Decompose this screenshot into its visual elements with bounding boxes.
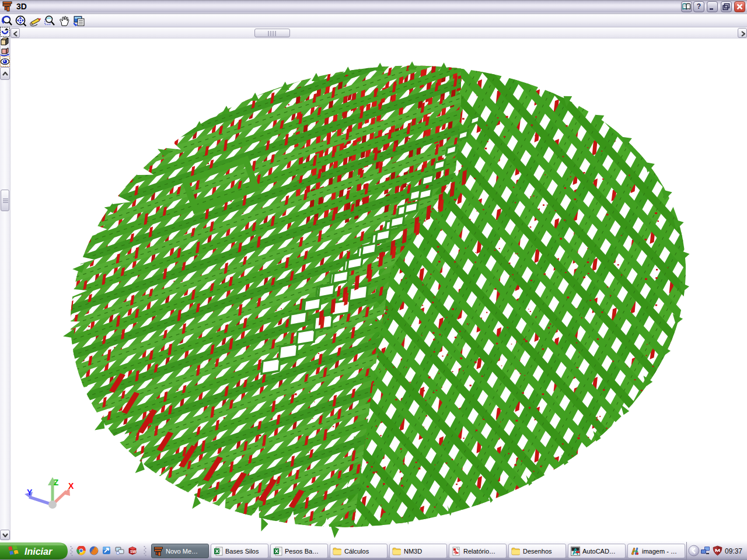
svg-text:Iniciar: Iniciar <box>25 547 53 556</box>
svg-text:Z: Z <box>54 478 59 487</box>
svg-text:Y: Y <box>27 488 33 497</box>
svg-text:SW: SW <box>130 550 137 554</box>
svg-text:X: X <box>68 481 74 491</box>
